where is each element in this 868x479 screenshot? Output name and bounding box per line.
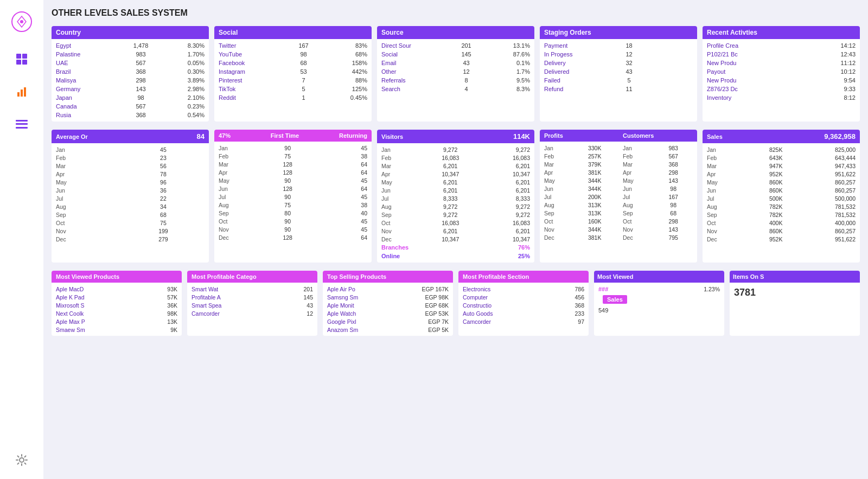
most-viewed-sm-header: Most Viewed [594, 271, 724, 283]
stat-row: Aug9,2729,272 [381, 202, 530, 210]
stat-row: Apr298 [623, 168, 693, 176]
stat-row: Jul9045 [219, 193, 367, 201]
table-row: Germany1432.98% [56, 85, 205, 93]
stat-row: Mar947K947,433 [707, 162, 856, 170]
stat-row: Nov9045 [219, 225, 367, 233]
stat-row: Jun860K860,257 [707, 186, 856, 194]
items-on-sale-header: Items On S [730, 271, 860, 283]
online-row: Online25% [381, 252, 530, 260]
stat-row: Jul167 [623, 193, 693, 201]
bottom-row: Electronics786 [463, 285, 584, 293]
items-on-sale: Items On S 3781 [730, 271, 860, 336]
settings-icon[interactable] [14, 452, 30, 468]
logo [11, 11, 33, 35]
table-row: Facebook68158% [219, 59, 367, 67]
table-row: UAE5670.05% [56, 59, 205, 67]
sales-card: Sales 9,362,958 Jan825K825,000Feb643K643… [703, 130, 860, 263]
table-row: Delivered43 [544, 67, 693, 76]
most-profitable-cat: Most Profitable Catego Smart Wat201Profi… [187, 271, 317, 336]
stat-row: Feb16,08316,083 [381, 154, 530, 162]
svg-rect-3 [22, 54, 27, 59]
items-on-sale-value: 3781 [730, 283, 860, 303]
profits-customers-card: Profits Jan330KFeb257KMar379KApr381KMay3… [540, 130, 697, 263]
stat-row: Oct16,08316,083 [381, 219, 530, 227]
stat-row: Feb643K643,444 [707, 154, 856, 162]
table-row: Z876/23 Dc9:33 [707, 85, 856, 93]
sales-header: Sales 9,362,958 [703, 130, 860, 143]
table-row: Social14587.6% [381, 50, 530, 59]
svg-rect-4 [16, 60, 21, 65]
stat-row: Apr381K [544, 168, 614, 176]
stat-row: Sep68 [56, 210, 205, 219]
table-row: New Produ11:12 [707, 59, 856, 67]
svg-rect-5 [22, 60, 27, 65]
stat-row: Nov344K [544, 225, 614, 233]
stat-row: Jun98 [623, 184, 693, 193]
source-header: Source [377, 26, 534, 39]
most-viewed-products-header: Most Viewed Products [52, 271, 182, 283]
table-row: Delivery32 [544, 59, 693, 67]
stat-row: Oct298 [623, 217, 693, 225]
stat-row: Sep313K [544, 209, 614, 217]
stat-row: Mar12864 [219, 160, 367, 168]
stat-row: Jun12864 [219, 184, 367, 193]
sales-badge: Sales [603, 295, 627, 304]
branches-row: Branches76% [381, 243, 530, 252]
table-row: Egypt1,4788.30% [56, 41, 205, 50]
bottom-row: Smart Wat201 [192, 285, 313, 293]
stat-row: Jan9,2729,272 [381, 145, 530, 154]
source-table: Source Direct Sour20113.1%Social14587.6%… [377, 26, 534, 122]
table-row: Direct Sour20113.1% [381, 41, 530, 50]
bottom-row: Aple MonitEGP 68K [327, 301, 449, 309]
bottom-row: Samsng SmEGP 98K [327, 293, 449, 301]
recent-table: Recent Activties Profile Crea14:12P102/2… [703, 26, 860, 122]
svg-rect-6 [17, 92, 20, 97]
stat-row: Aug34 [56, 202, 205, 210]
bottom-row: Aple MacD93K [56, 285, 177, 293]
stat-row: May143 [623, 176, 693, 184]
table-row: Payout10:12 [707, 67, 856, 76]
avg-order-header: Average Or 84 [52, 130, 209, 143]
menu-icon[interactable] [14, 116, 30, 132]
stat-row: Sep68 [623, 209, 693, 217]
stat-row: Sep782K781,532 [707, 210, 856, 219]
staging-header: Staging Orders [540, 26, 697, 39]
stat-row: Jul500K500,000 [707, 194, 856, 202]
bottom-row: Camcorder97 [463, 317, 584, 325]
table-row: In Progess12 [544, 50, 693, 59]
stat-row: Oct75 [56, 219, 205, 227]
stat-row: Jan330K [544, 144, 614, 152]
table-row: Twitter16783% [219, 41, 367, 50]
stat-row: Aug782K781,532 [707, 202, 856, 210]
sidebar [0, 0, 43, 479]
pct-card: 47% First Time Returning Jan9045Feb7538M… [214, 130, 372, 263]
chart-icon[interactable] [14, 84, 30, 100]
svg-rect-10 [16, 123, 28, 125]
stat-row: Dec795 [623, 233, 693, 241]
page-title: OTHER LEVELS SALES SYSTEM [52, 8, 860, 18]
stat-row: Apr952K951,622 [707, 170, 856, 178]
table-row: Palastine9831.70% [56, 50, 205, 59]
grid-icon[interactable] [14, 51, 30, 67]
stat-row: Jul8,3338,333 [381, 194, 530, 202]
stat-row: May860K860,257 [707, 178, 856, 186]
most-viewed-products: Most Viewed Products Aple MacD93KAple K … [52, 271, 182, 336]
stat-row: Oct9045 [219, 217, 367, 225]
bottom-row: Aple Air PoEGP 167K [327, 285, 449, 293]
stat-row: Jul200K [544, 193, 614, 201]
stat-row: Jan45 [56, 145, 205, 154]
table-row: Failed5 [544, 76, 693, 85]
bottom-row: Smart Spea43 [192, 301, 313, 309]
table-row: Payment18 [544, 41, 693, 50]
table-row: Rusia3680.54% [56, 111, 205, 119]
bottom-row: Anazom SmEGP 5K [327, 325, 449, 334]
stat-row: May344K [544, 176, 614, 184]
stat-row: Apr10,34710,347 [381, 170, 530, 178]
stat-row: Mar56 [56, 162, 205, 170]
stat-row: Nov143 [623, 225, 693, 233]
stat-row: Aug98 [623, 201, 693, 209]
stat-row: May9045 [219, 176, 367, 184]
visitors-card: Visitors 114K Jan9,2729,272Feb16,08316,0… [377, 130, 534, 263]
table-row: Inventory8:12 [707, 93, 856, 102]
stat-row: Apr78 [56, 170, 205, 178]
